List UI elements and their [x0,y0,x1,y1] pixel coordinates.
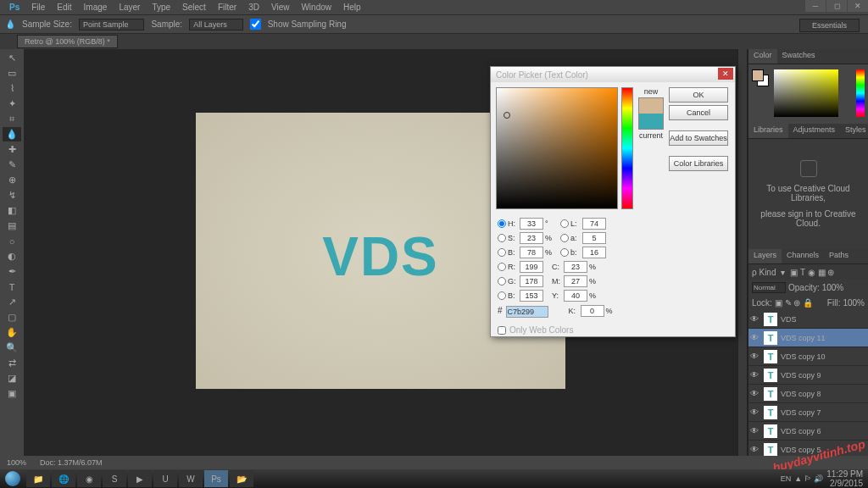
lasso-tool[interactable]: ⌇ [3,81,21,96]
layer-row[interactable]: 👁TVDS [748,310,868,329]
path-tool[interactable]: ↗ [3,295,21,309]
layer-row[interactable]: 👁TVDS copy 7 [748,403,868,422]
type-tool[interactable]: T [3,280,21,294]
shape-tool[interactable]: ▢ [3,310,21,324]
layer-row[interactable]: 👁TVDS copy 6 [748,422,868,441]
saturation-value-field[interactable] [496,87,618,209]
hue-strip[interactable] [856,69,865,117]
y-input[interactable] [564,290,587,302]
unikey-task[interactable]: U [153,470,177,487]
layer-row[interactable]: 👁TVDS copy 8 [748,385,868,403]
menu-file[interactable]: File [25,3,51,12]
quick-mask[interactable]: ▣ [3,386,21,401]
move-tool[interactable]: ↖ [3,51,21,65]
lab-b-radio[interactable] [560,248,569,257]
tray-icons[interactable]: ▲ 🏳 🔊 [794,474,823,483]
menu-select[interactable]: Select [176,3,212,12]
opacity-value[interactable]: 100% [822,283,844,292]
word-task[interactable]: W [179,470,203,487]
clock-time[interactable]: 11:29 PM [826,469,863,479]
sample-layers-select[interactable]: All Layers [189,19,243,30]
fg-bg-colors[interactable]: ◪ [3,371,21,385]
ps-task[interactable]: Ps [204,470,228,487]
hex-input[interactable] [506,306,548,318]
a-input[interactable] [582,232,606,244]
workspace-switcher[interactable]: Essentials [799,19,860,32]
l-input[interactable] [582,218,606,230]
g-radio[interactable] [498,277,506,286]
color-tab[interactable]: Color [748,49,777,64]
chrome-task[interactable]: 🌐 [52,470,75,487]
color-swatch[interactable] [752,69,769,86]
dialog-close-button[interactable]: ✕ [718,68,733,80]
dodge-tool[interactable]: ◐ [3,249,21,263]
styles-tab[interactable]: Styles [840,124,868,138]
ok-button[interactable]: OK [669,87,728,103]
fill-value[interactable]: 100% [843,298,865,308]
h-radio[interactable] [498,219,506,228]
visibility-icon[interactable]: 👁 [750,389,760,398]
restore-button[interactable]: ◻ [826,0,847,12]
marquee-tool[interactable]: ▭ [3,66,21,80]
pen-tool[interactable]: ✒ [3,264,21,279]
wand-tool[interactable]: ✦ [3,97,21,111]
blur-tool[interactable]: ○ [3,234,21,248]
visibility-icon[interactable]: 👁 [750,445,760,454]
current-color-swatch[interactable] [639,114,663,129]
l-radio[interactable] [560,219,569,228]
menu-image[interactable]: Image [78,3,114,12]
lab-b-input[interactable] [582,247,606,258]
layers-tab[interactable]: Layers [748,249,782,263]
visibility-icon[interactable]: 👁 [750,333,760,342]
zoom-level[interactable]: 100% [0,458,33,467]
h-input[interactable] [520,218,543,230]
explorer-task[interactable]: 📁 [26,470,50,487]
history-tool[interactable]: ↯ [3,188,21,202]
g-input[interactable] [520,275,543,287]
b-radio[interactable] [498,248,506,257]
layer-row[interactable]: 👁TVDS copy 11 [748,329,868,347]
collapsed-panel-strip[interactable] [737,49,748,469]
lang-indicator[interactable]: EN [781,474,792,483]
blend-mode-select[interactable] [752,282,786,293]
add-swatches-button[interactable]: Add to Swatches [669,130,728,146]
skype-task[interactable]: S [103,470,126,487]
steam-task[interactable]: ◉ [77,470,101,487]
paths-tab[interactable]: Paths [824,249,854,263]
swatches-tab[interactable]: Swatches [777,49,821,64]
menu-window[interactable]: Window [295,3,337,12]
r-radio[interactable] [498,263,506,271]
layer-row[interactable]: 👁TVDS copy 10 [748,347,868,366]
sample-size-select[interactable]: Point Sample [79,19,145,30]
k-input[interactable] [581,305,604,317]
crop-tool[interactable]: ⌗ [3,112,21,126]
menu-layer[interactable]: Layer [113,3,146,12]
menu-3d[interactable]: 3D [242,3,265,12]
start-button[interactable] [0,469,25,488]
s-input[interactable] [520,232,543,244]
m-input[interactable] [564,275,587,287]
visibility-icon[interactable]: 👁 [750,352,760,361]
visibility-icon[interactable]: 👁 [750,370,760,380]
gradient-tool[interactable]: ▤ [3,219,21,233]
visibility-icon[interactable]: 👁 [750,426,760,435]
minimize-button[interactable]: ─ [805,0,826,12]
color-libraries-button[interactable]: Color Libraries [669,156,728,171]
eyedropper-tool[interactable]: 💧 [3,127,21,141]
eraser-tool[interactable]: ◧ [3,203,21,218]
color-swap-icon[interactable]: ⇄ [3,356,21,370]
bb-input[interactable] [520,290,543,302]
menu-view[interactable]: View [265,3,296,12]
document-tab[interactable]: Retro @ 100% (RGB/8) * [17,35,118,48]
menu-filter[interactable]: Filter [212,3,242,12]
c-input[interactable] [564,261,587,273]
sampling-ring-checkbox[interactable] [250,19,261,30]
cancel-button[interactable]: Cancel [669,105,728,120]
channels-tab[interactable]: Channels [782,249,824,263]
menu-edit[interactable]: Edit [51,3,77,12]
hue-slider[interactable] [621,87,633,209]
dialog-title-bar[interactable]: Color Picker (Text Color) ✕ [491,67,735,82]
menu-help[interactable]: Help [337,3,367,12]
a-radio[interactable] [560,234,569,242]
s-radio[interactable] [498,234,506,242]
